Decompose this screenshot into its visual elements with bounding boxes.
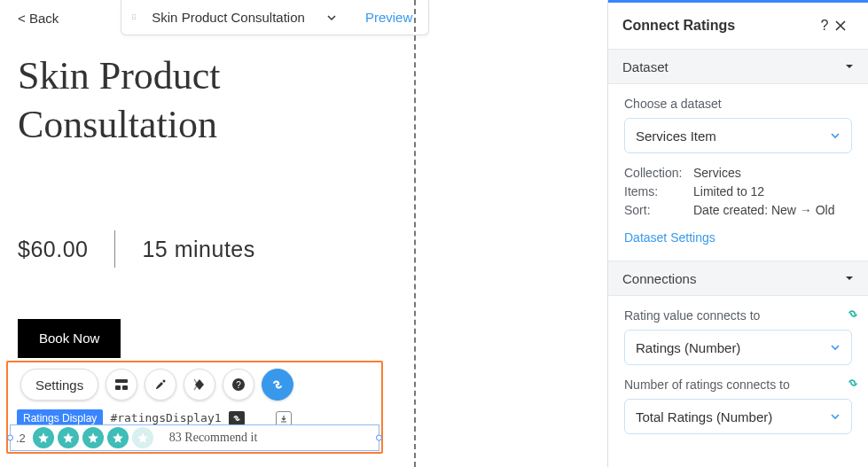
- svg-point-1: [135, 15, 136, 16]
- svg-point-0: [133, 15, 134, 16]
- help-icon[interactable]: ?: [815, 18, 834, 34]
- svg-rect-6: [115, 379, 128, 383]
- star-icon: [132, 427, 153, 448]
- svg-point-3: [135, 17, 136, 18]
- rating-connects-label: Rating value connects to: [624, 308, 852, 323]
- svg-point-2: [133, 17, 134, 18]
- book-now-button[interactable]: Book Now: [18, 319, 121, 358]
- page-title: Skin Product Consultation: [18, 51, 399, 149]
- items-value: Limited to 12: [693, 184, 764, 198]
- resize-handle-right[interactable]: [376, 435, 382, 441]
- editor-canvas: < Back Skin Product Consultation Preview…: [0, 0, 607, 467]
- price-value: $60.00: [18, 237, 88, 262]
- rating-number: .2: [16, 432, 26, 445]
- caret-down-icon: [845, 62, 854, 71]
- connect-data-icon[interactable]: [262, 369, 293, 401]
- svg-rect-8: [122, 385, 128, 390]
- selection-highlight: Settings ? Ratings Display #ratingsDispl…: [6, 361, 383, 454]
- panel-header: Connect Ratings ?: [608, 3, 868, 49]
- design-icon[interactable]: [145, 369, 176, 401]
- help-icon[interactable]: ?: [223, 369, 254, 401]
- caret-down-icon: [845, 274, 854, 283]
- duration-value: 15 minutes: [142, 237, 254, 262]
- recommend-text: 83 Recommend it: [169, 431, 258, 445]
- dataset-select[interactable]: Services Item: [624, 118, 852, 153]
- star-icon: [82, 427, 104, 448]
- svg-point-5: [135, 19, 136, 19]
- collection-value: Services: [693, 166, 741, 180]
- items-key: Items:: [624, 184, 693, 198]
- count-connects-label: Number of ratings connects to: [624, 377, 852, 392]
- connection-rating: Rating value connects to Ratings (Number…: [608, 296, 868, 365]
- svg-point-4: [133, 19, 134, 19]
- svg-rect-7: [115, 385, 121, 390]
- chevron-down-icon: [830, 411, 841, 422]
- chevron-down-icon: [830, 130, 841, 141]
- page-name: Skin Product Consultation: [143, 10, 314, 25]
- close-icon[interactable]: [834, 19, 854, 32]
- chevron-down-icon: [830, 342, 841, 353]
- svg-point-9: [163, 380, 166, 383]
- column-guide: [414, 0, 416, 467]
- back-button[interactable]: < Back: [18, 11, 59, 26]
- section-dataset[interactable]: Dataset: [608, 49, 868, 84]
- binding-icon[interactable]: [847, 308, 859, 319]
- data-binding-badge[interactable]: [229, 411, 245, 425]
- dataset-body: Choose a dataset Services Item Collectio…: [608, 84, 868, 261]
- connect-panel: Connect Ratings ? Dataset Choose a datas…: [607, 0, 868, 467]
- star-row: [33, 427, 153, 448]
- preview-button[interactable]: Preview: [349, 10, 428, 25]
- sort-key: Sort:: [624, 203, 693, 217]
- binding-icon[interactable]: [847, 377, 859, 388]
- resize-handle-left[interactable]: [7, 435, 13, 441]
- connection-count: Number of ratings connects to Total Rati…: [608, 365, 868, 434]
- section-connections[interactable]: Connections: [608, 261, 868, 296]
- panel-title: Connect Ratings: [622, 18, 815, 34]
- divider: [114, 230, 115, 268]
- ratings-display-element[interactable]: .2 83 Recommend it: [10, 424, 379, 451]
- animation-icon[interactable]: [184, 369, 215, 401]
- rating-field-select[interactable]: Ratings (Number): [624, 330, 852, 365]
- star-icon: [58, 427, 79, 448]
- dataset-settings-link[interactable]: Dataset Settings: [624, 230, 716, 245]
- choose-dataset-label: Choose a dataset: [624, 97, 852, 111]
- page-switcher[interactable]: Skin Product Consultation Preview: [121, 0, 429, 35]
- sort-value: Date created: New → Old: [693, 203, 835, 217]
- settings-button[interactable]: Settings: [20, 369, 98, 401]
- svg-text:?: ?: [236, 380, 241, 390]
- collection-key: Collection:: [624, 166, 693, 180]
- editor-topbar: < Back Skin Product Consultation Preview: [0, 0, 607, 35]
- star-icon: [33, 427, 54, 448]
- price-row: $60.00 15 minutes: [18, 230, 607, 268]
- star-icon: [107, 427, 129, 448]
- count-field-select[interactable]: Total Ratings (Number): [624, 399, 852, 434]
- drag-handle-icon[interactable]: [121, 14, 143, 19]
- layout-icon[interactable]: [106, 369, 137, 401]
- chevron-down-icon[interactable]: [314, 12, 349, 23]
- element-toolbar: Settings ?: [20, 369, 293, 401]
